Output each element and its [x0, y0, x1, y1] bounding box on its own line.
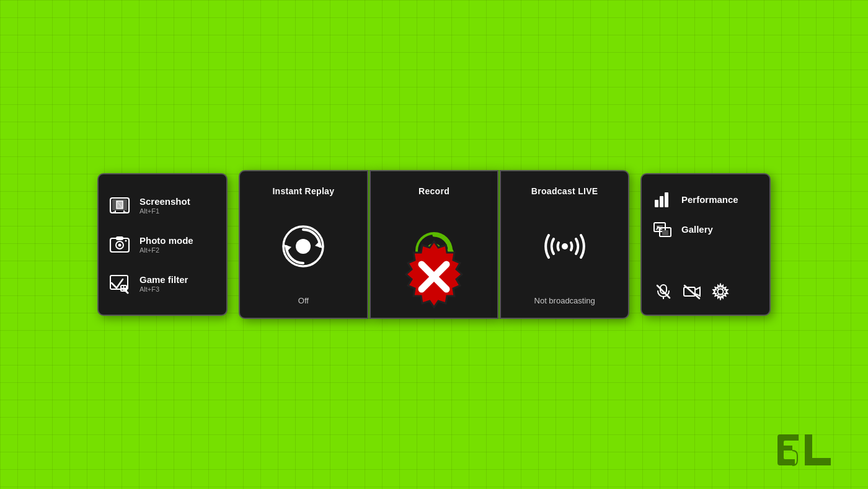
game-filter-text: Game filter Alt+F3 — [140, 274, 188, 293]
gallery-label: Gallery — [681, 224, 713, 235]
divider-2 — [498, 170, 500, 319]
bottom-icons-row — [650, 277, 761, 305]
broadcast-section[interactable]: Broadcast LIVE Not broadcasting — [500, 170, 629, 319]
instant-replay-status: Off — [298, 296, 309, 305]
screenshot-item[interactable]: Screenshot Alt+F1 — [108, 191, 216, 220]
game-filter-label: Game filter — [140, 274, 188, 285]
svg-point-20 — [562, 243, 568, 249]
performance-label: Performance — [681, 194, 738, 205]
instant-replay-title: Instant Replay — [272, 186, 334, 196]
svg-rect-8 — [110, 276, 128, 289]
screenshot-shortcut: Alt+F1 — [140, 207, 190, 215]
svg-point-14 — [296, 239, 311, 254]
svg-point-5 — [118, 243, 122, 246]
performance-icon — [653, 189, 673, 209]
settings-button[interactable] — [710, 281, 731, 302]
record-title: Record — [418, 186, 450, 196]
photo-mode-shortcut: Alt+F2 — [140, 246, 193, 254]
game-filter-item[interactable]: Game filter Alt+F3 — [108, 269, 216, 298]
svg-point-36 — [718, 289, 724, 295]
photo-mode-text: Photo mode Alt+F2 — [140, 235, 193, 254]
svg-rect-23 — [655, 200, 658, 207]
svg-rect-34 — [684, 287, 695, 296]
gallery-icon — [653, 219, 673, 239]
svg-point-30 — [657, 227, 659, 228]
broadcast-title: Broadcast LIVE — [531, 186, 598, 196]
instant-replay-icon — [278, 222, 328, 271]
instant-replay-section[interactable]: Instant Replay Off — [239, 170, 368, 319]
filter-icon — [108, 272, 131, 295]
broadcast-status: Not broadcasting — [534, 296, 595, 305]
photo-icon — [108, 233, 131, 256]
svg-point-7 — [125, 240, 127, 241]
gallery-item[interactable]: Gallery — [650, 214, 761, 244]
error-badge — [394, 236, 474, 317]
performance-item[interactable]: Performance — [650, 184, 761, 214]
right-top-menu: Performance Gallery — [650, 184, 761, 244]
badge-svg — [394, 236, 474, 317]
photo-mode-label: Photo mode — [140, 235, 193, 246]
svg-rect-24 — [660, 196, 663, 207]
left-card: Screenshot Alt+F1 Photo mode Alt+F2 — [97, 173, 228, 316]
main-container: Screenshot Alt+F1 Photo mode Alt+F2 — [97, 170, 771, 319]
screenshot-icon — [108, 194, 131, 217]
screenshot-text: Screenshot Alt+F1 — [140, 196, 190, 215]
game-filter-shortcut: Alt+F3 — [140, 285, 188, 293]
svg-rect-25 — [665, 192, 668, 207]
mic-mute-button[interactable] — [653, 281, 674, 302]
screenshot-label: Screenshot — [140, 196, 190, 207]
photo-mode-item[interactable]: Photo mode Alt+F2 — [108, 230, 216, 259]
broadcast-icon — [540, 222, 590, 271]
camera-mute-button[interactable] — [681, 281, 702, 302]
svg-rect-29 — [662, 230, 668, 235]
gl-logo — [775, 428, 843, 472]
right-card: Performance Gallery — [640, 173, 771, 316]
divider-1 — [368, 170, 370, 319]
